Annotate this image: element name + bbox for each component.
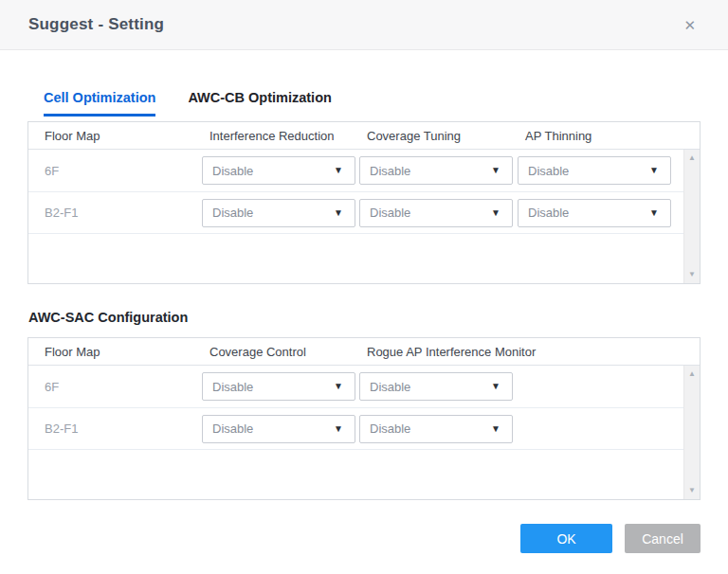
select-value: Disable <box>212 206 253 220</box>
vertical-scrollbar[interactable]: ▲ ▼ <box>683 150 700 283</box>
awc-sac-configuration-heading: AWC-SAC Configuration <box>27 310 701 325</box>
interference-reduction-select[interactable]: Disable ▼ <box>202 199 355 227</box>
floor-map-label: 6F <box>28 164 202 178</box>
empty-rows-area <box>28 449 700 499</box>
column-header-ap-thinning: AP Thinning <box>518 129 700 143</box>
ap-thinning-select[interactable]: Disable ▼ <box>518 156 671 185</box>
select-value: Disable <box>528 206 569 220</box>
chevron-down-icon: ▼ <box>334 208 343 218</box>
chevron-down-icon: ▼ <box>491 166 500 175</box>
select-value: Disable <box>370 380 410 394</box>
floor-map-label: B2-F1 <box>28 206 202 220</box>
close-icon[interactable]: ✕ <box>680 14 700 36</box>
floor-map-label: 6F <box>28 380 202 394</box>
rogue-ap-interference-monitor-select[interactable]: Disable ▼ <box>359 372 513 401</box>
dialog-header: Suggest - Setting ✕ <box>0 0 728 50</box>
select-value: Disable <box>370 164 410 178</box>
ok-button[interactable]: OK <box>520 524 612 553</box>
sac-table-body: 6F Disable ▼ Disable ▼ B2-F1 Disable ▼ <box>28 366 700 499</box>
coverage-control-select[interactable]: Disable ▼ <box>202 372 355 401</box>
column-header-coverage-tuning: Coverage Tuning <box>359 129 518 143</box>
cancel-button[interactable]: Cancel <box>625 524 701 553</box>
chevron-down-icon: ▼ <box>334 166 343 175</box>
chevron-down-icon: ▼ <box>649 166 659 175</box>
scroll-down-icon[interactable]: ▼ <box>688 271 696 278</box>
select-value: Disable <box>370 206 410 220</box>
column-header-floor-map: Floor Map <box>28 129 202 143</box>
chevron-down-icon: ▼ <box>491 424 500 434</box>
cell-table-header: Floor Map Interference Reduction Coverag… <box>28 122 700 150</box>
chevron-down-icon: ▼ <box>491 208 500 218</box>
select-value: Disable <box>212 164 253 178</box>
awc-sac-configuration-table: Floor Map Coverage Control Rogue AP Inte… <box>27 337 701 500</box>
coverage-tuning-select[interactable]: Disable ▼ <box>359 199 513 227</box>
column-header-rogue-ap-interference-monitor: Rogue AP Interference Monitor <box>359 345 700 359</box>
select-value: Disable <box>370 422 410 436</box>
column-header-interference-reduction: Interference Reduction <box>202 129 359 143</box>
column-header-coverage-control: Coverage Control <box>202 345 359 359</box>
dialog-body: Cell Optimization AWC-CB Optimization Fl… <box>0 90 728 500</box>
chevron-down-icon: ▼ <box>491 382 500 391</box>
vertical-scrollbar[interactable]: ▲ ▼ <box>683 366 700 499</box>
select-value: Disable <box>212 380 253 394</box>
tab-cell-optimization[interactable]: Cell Optimization <box>44 90 155 117</box>
tab-awc-cb-optimization[interactable]: AWC-CB Optimization <box>188 90 331 117</box>
ap-thinning-select[interactable]: Disable ▼ <box>518 199 671 227</box>
floor-map-label: B2-F1 <box>28 422 202 436</box>
scroll-down-icon[interactable]: ▼ <box>688 487 696 494</box>
table-row: B2-F1 Disable ▼ Disable ▼ Disable ▼ <box>28 191 700 233</box>
column-header-floor-map: Floor Map <box>28 345 202 359</box>
table-row: B2-F1 Disable ▼ Disable ▼ <box>28 407 700 449</box>
sac-table-header: Floor Map Coverage Control Rogue AP Inte… <box>28 338 700 366</box>
table-row: 6F Disable ▼ Disable ▼ <box>28 366 700 407</box>
scroll-up-icon[interactable]: ▲ <box>688 154 696 162</box>
table-row: 6F Disable ▼ Disable ▼ Disable ▼ <box>28 150 700 191</box>
interference-reduction-select[interactable]: Disable ▼ <box>202 156 355 185</box>
tab-bar: Cell Optimization AWC-CB Optimization <box>27 90 701 117</box>
empty-rows-area <box>28 233 700 283</box>
coverage-tuning-select[interactable]: Disable ▼ <box>359 156 513 185</box>
dialog-title: Suggest - Setting <box>28 15 164 34</box>
select-value: Disable <box>212 422 253 436</box>
cell-optimization-table: Floor Map Interference Reduction Coverag… <box>27 121 701 284</box>
select-value: Disable <box>528 164 569 178</box>
suggest-setting-dialog: Suggest - Setting ✕ Cell Optimization AW… <box>0 0 728 574</box>
chevron-down-icon: ▼ <box>334 424 343 434</box>
cell-table-body: 6F Disable ▼ Disable ▼ Disable ▼ B <box>28 150 700 283</box>
coverage-control-select[interactable]: Disable ▼ <box>202 415 355 443</box>
dialog-footer: OK Cancel <box>0 524 728 553</box>
scroll-up-icon[interactable]: ▲ <box>688 370 696 378</box>
rogue-ap-interference-monitor-select[interactable]: Disable ▼ <box>359 415 513 443</box>
chevron-down-icon: ▼ <box>649 208 659 218</box>
chevron-down-icon: ▼ <box>334 382 343 391</box>
